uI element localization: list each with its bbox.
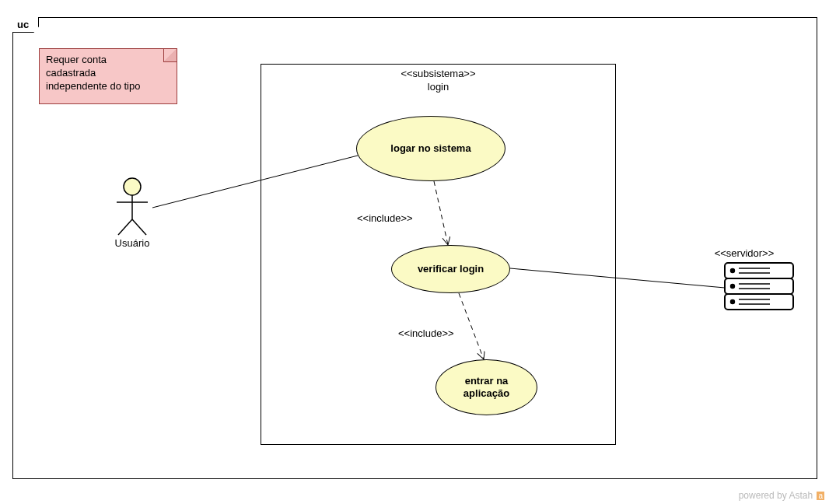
actor-user-label: Usuário <box>101 237 163 249</box>
powered-by: powered by Astah a <box>739 490 824 501</box>
usecase-logar: logar no sistema <box>356 116 505 181</box>
usecase-entrar-label: entrar na aplicação <box>463 375 509 399</box>
include-label-2: <<include>> <box>398 327 454 339</box>
usecase-verificar: verificar login <box>391 245 510 293</box>
powered-text: powered by <box>739 490 789 501</box>
subsystem-header: <<subsistema>> login <box>261 65 615 94</box>
usecase-logar-label: logar no sistema <box>390 142 470 155</box>
note-line1: Requer conta <box>46 54 170 67</box>
usecase-entrar: entrar na aplicação <box>435 359 537 415</box>
note-line3: independente do tipo <box>46 80 170 93</box>
brand-text: Astah <box>789 490 813 501</box>
usecase-entrar-line1: entrar na <box>465 375 509 387</box>
actor-server-stereotype: <<servidor>> <box>705 247 783 259</box>
diagram-canvas: uc Requer conta cadastrada independente … <box>0 0 829 504</box>
usecase-verificar-label: verificar login <box>418 263 484 275</box>
note-fold-icon <box>163 49 177 62</box>
usecase-entrar-line2: aplicação <box>463 387 509 399</box>
note: Requer conta cadastrada independente do … <box>39 48 177 104</box>
subsystem-name: login <box>261 81 615 94</box>
brand-badge: a <box>817 492 824 500</box>
subsystem-stereotype: <<subsistema>> <box>261 68 615 81</box>
include-label-1: <<include>> <box>357 212 413 224</box>
frame-label: uc <box>12 17 39 33</box>
note-line2: cadastrada <box>46 67 170 80</box>
